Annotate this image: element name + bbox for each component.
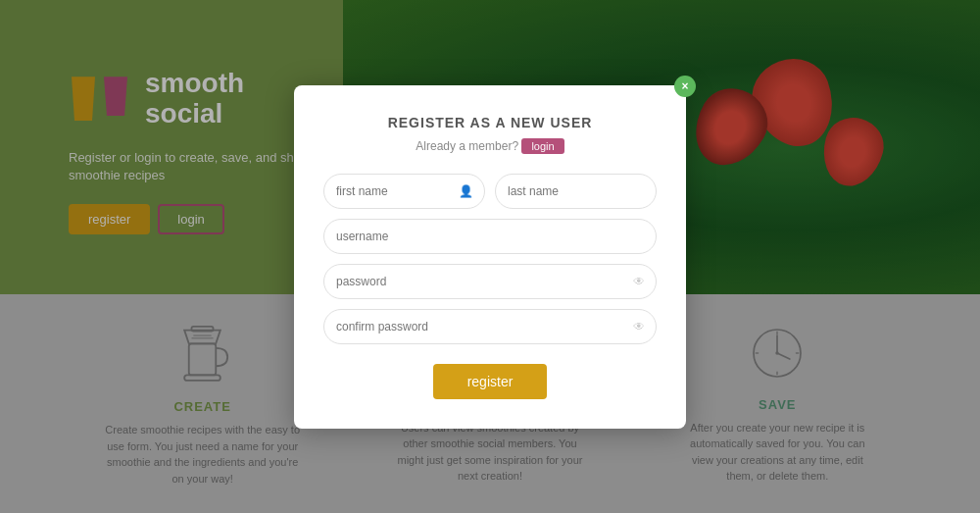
last-name-wrap [495,174,657,209]
username-input[interactable] [323,219,657,254]
first-name-wrap: 👤 [323,174,485,209]
password-input[interactable] [323,264,657,299]
password-eye-icon: 👁 [633,275,645,288]
confirm-password-wrap: 👁 [323,309,657,344]
already-member-text: Already a member? [416,139,518,153]
modal-overlay: × REGISTER AS A NEW USER Already a membe… [0,0,980,513]
modal-login-link[interactable]: login [521,138,564,154]
username-wrap [323,219,657,254]
modal-subtitle: Already a member? login [323,138,657,154]
confirm-password-input[interactable] [323,309,657,344]
modal-register-button[interactable]: register [433,364,548,399]
modal-title: REGISTER AS A NEW USER [323,115,657,130]
modal-close-button[interactable]: × [674,76,696,97]
name-row: 👤 [323,174,657,209]
last-name-input[interactable] [495,174,657,209]
password-wrap: 👁 [323,264,657,299]
name-icon: 👤 [459,184,473,198]
register-modal: × REGISTER AS A NEW USER Already a membe… [294,85,686,429]
confirm-password-eye-icon: 👁 [633,320,645,333]
